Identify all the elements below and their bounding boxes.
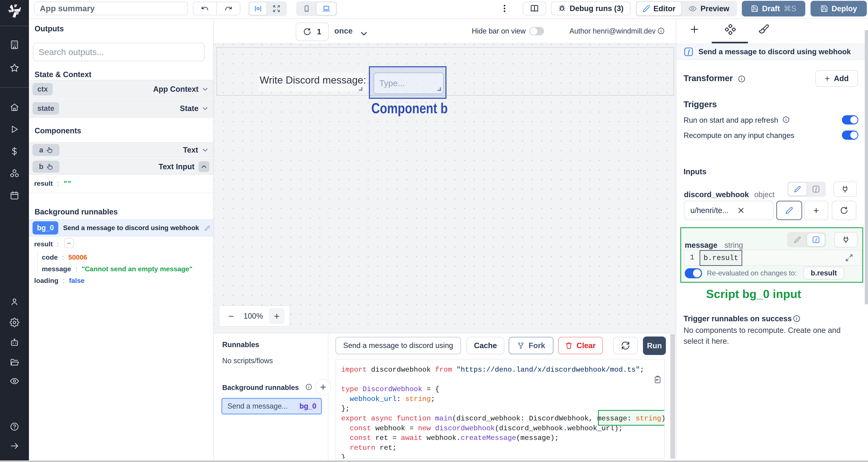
svg-text:f: f [815, 187, 817, 192]
svg-text:f: f [815, 237, 817, 242]
svg-text:f: f [688, 48, 690, 55]
